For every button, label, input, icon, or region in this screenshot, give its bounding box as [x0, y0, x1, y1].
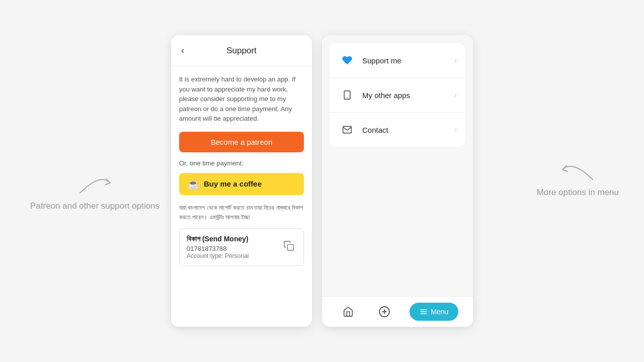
bkash-phone: 01781873788 [187, 245, 281, 252]
tablet-icon [342, 90, 352, 100]
back-button[interactable]: ‹ [179, 43, 186, 58]
home-nav-button[interactable] [337, 303, 360, 320]
menu-item-other-apps[interactable]: My other apps › [330, 78, 465, 113]
chevron-right-icon-2: › [454, 90, 457, 100]
support-menu-label: Support me [362, 56, 454, 65]
left-arrow-icon [75, 168, 115, 198]
menu-screen: Support me › My other apps › [322, 35, 473, 327]
bkash-info: বিকাশ (Send Money) 01781873788 Account t… [187, 235, 281, 259]
right-annotation-text: More options in menu [537, 187, 619, 199]
app-container: Patreon and other support options ‹ Supp… [0, 0, 644, 362]
one-time-label: Or, one time payment: [179, 159, 304, 167]
menu-body: Support me › My other apps › [322, 35, 473, 296]
support-body: It is extremely hard to develop an app. … [171, 66, 312, 274]
coffee-label: Buy me a coffee [204, 179, 262, 188]
support-title: Support [226, 46, 257, 56]
copy-icon [283, 240, 294, 251]
support-header: ‹ Support [171, 35, 312, 66]
bkash-card: বিকাশ (Send Money) 01781873788 Account t… [179, 228, 304, 266]
bkash-title: বিকাশ (Send Money) [187, 235, 281, 243]
add-icon [378, 306, 390, 318]
other-apps-menu-label: My other apps [362, 91, 454, 100]
patreon-button[interactable]: Become a patreon [179, 132, 304, 152]
coffee-icon: ☕ [187, 178, 200, 190]
support-icon-container [338, 51, 356, 69]
chevron-right-icon-3: › [454, 125, 457, 134]
heart-icon [342, 55, 353, 66]
menu-item-contact[interactable]: Contact › [330, 113, 465, 147]
phones-container: ‹ Support It is extremely hard to develo… [171, 35, 473, 327]
support-screen: ‹ Support It is extremely hard to develo… [171, 35, 312, 327]
left-annotation: Patreon and other support options [30, 168, 159, 212]
other-apps-icon-container [338, 86, 356, 104]
contact-menu-label: Contact [362, 126, 454, 134]
mail-icon [342, 125, 352, 135]
left-annotation-text: Patreon and other support options [30, 200, 159, 212]
bkash-account-type: Account type: Personal [187, 252, 281, 259]
coffee-button[interactable]: ☕ Buy me a coffee [179, 173, 304, 195]
svg-rect-0 [287, 244, 293, 250]
add-nav-button[interactable] [372, 303, 396, 321]
menu-label: Menu [431, 308, 448, 316]
support-description: It is extremely hard to develop an app. … [179, 74, 304, 124]
menu-nav-button[interactable]: Menu [410, 303, 458, 321]
right-annotation: More options in menu [537, 154, 619, 199]
home-icon [343, 306, 354, 317]
copy-button[interactable] [281, 238, 296, 256]
chevron-right-icon: › [454, 56, 457, 65]
menu-icon [420, 308, 428, 316]
contact-icon-container [338, 121, 356, 139]
bottom-nav: Menu [322, 296, 473, 327]
bengali-text: যারা বাংলাদেশ থেকে সাপোর্ট করতে চান তারা… [179, 203, 304, 222]
right-arrow-icon [557, 154, 598, 185]
menu-card: Support me › My other apps › [330, 43, 465, 147]
menu-item-support[interactable]: Support me › [330, 43, 465, 78]
